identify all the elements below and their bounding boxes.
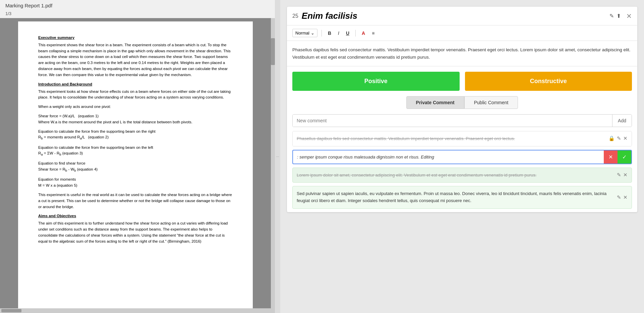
lock-icon[interactable]: 🔒 xyxy=(608,135,615,141)
section-heading-aims: Aims and Objectives xyxy=(38,213,233,219)
annotation-card: 25 Enim facilisis ✎ ⬆ ✕ Normal ⌄ B I U A… xyxy=(287,7,637,212)
comment-3-actions: ✎ ✕ xyxy=(617,172,628,179)
doc-pages: 1/3 xyxy=(0,11,275,18)
comment-1-actions: 🔒 ✎ ✕ xyxy=(608,135,628,141)
annotation-title: Enim facilisis xyxy=(302,11,606,21)
toolbar: Normal ⌄ B I U A ≡ xyxy=(287,25,637,41)
style-select[interactable]: Normal ⌄ xyxy=(292,29,317,37)
style-select-chevron: ⌄ xyxy=(311,30,314,36)
left-panel: Marking Report 1.pdf 1/3 Executive summa… xyxy=(0,0,275,313)
comment-1-content: Phasellus dapibus felis sed consectetur … xyxy=(293,131,632,146)
list-button[interactable]: ≡ xyxy=(370,30,376,37)
download-icon[interactable]: ⬆ xyxy=(617,13,621,19)
right-panel: 25 Enim facilisis ✎ ⬆ ✕ Normal ⌄ B I U A… xyxy=(280,0,644,313)
comment-item-1: Phasellus dapibus felis sed consectetur … xyxy=(292,131,632,146)
edit-icon[interactable]: ✎ xyxy=(609,13,614,19)
comment-4-actions: ✎ ✕ xyxy=(617,190,628,204)
color-button[interactable]: A xyxy=(360,30,367,37)
italic-button[interactable]: I xyxy=(336,30,341,37)
constructive-button[interactable]: Constructive xyxy=(465,72,632,91)
bold-button[interactable]: B xyxy=(326,30,333,37)
text-eq4: Equation to find shear forceShear force … xyxy=(38,161,233,173)
text-realworld: This experiment is useful in the real wo… xyxy=(38,192,233,210)
doc-viewer-container: Executive summary This experiment shows … xyxy=(0,18,275,308)
comment-1-edit-icon[interactable]: ✎ xyxy=(617,135,621,141)
toolbar-divider-2 xyxy=(355,30,356,37)
text-eq5: Equation for momentsM = W x a (equation … xyxy=(38,177,233,189)
collapse-icon: ··· xyxy=(276,155,279,159)
style-select-label: Normal xyxy=(295,30,309,36)
doc-scroll-area[interactable]: Executive summary This experiment shows … xyxy=(0,18,271,308)
add-comment-button[interactable]: Add xyxy=(612,115,632,127)
text-eq1: Shear force = (W.a)/L (equation 1)Where … xyxy=(38,113,233,125)
underline-button[interactable]: U xyxy=(344,30,351,37)
sentiment-buttons: Positive Constructive xyxy=(287,66,637,96)
section-heading-executive: Executive summary xyxy=(38,35,233,41)
comment-type-toggle: Private Comment Public Comment xyxy=(287,96,637,114)
comment-4-text: Sed pulvinar sapien ut sapien iaculis, e… xyxy=(297,190,614,204)
comment-1-delete-icon[interactable]: ✕ xyxy=(623,135,628,141)
scrollbar-thumb[interactable] xyxy=(271,38,275,65)
section-text-intro: This experiment looks at how shear force… xyxy=(38,89,233,101)
private-comment-button[interactable]: Private Comment xyxy=(406,96,464,109)
annotation-number: 25 xyxy=(292,13,298,19)
comment-4-edit-icon[interactable]: ✎ xyxy=(617,194,621,200)
comment-3-delete-icon[interactable]: ✕ xyxy=(623,172,628,178)
annotation-content-text: Phasellus dapibus felis sed consectetur … xyxy=(287,41,637,66)
comment-3-text: Lorem ipsum dolor sit amet, consectetur … xyxy=(297,172,614,179)
doc-page: Executive summary This experiment shows … xyxy=(18,21,253,308)
close-icon[interactable]: ✕ xyxy=(626,12,632,20)
card-header: 25 Enim facilisis ✎ ⬆ ✕ xyxy=(287,7,637,25)
new-comment-row: Add xyxy=(292,114,632,127)
comment-item-2-editing: ✕ ✓ xyxy=(292,150,632,164)
text-eq2: Equation to calculate the force from the… xyxy=(38,129,233,141)
comment-2-cancel-button[interactable]: ✕ xyxy=(604,150,618,164)
new-comment-input[interactable] xyxy=(293,115,612,127)
vertical-scrollbar[interactable] xyxy=(271,18,275,308)
text-eq3: Equation to calculate the force from the… xyxy=(38,145,233,158)
toolbar-divider-1 xyxy=(321,30,322,37)
comment-item-4: Sed pulvinar sapien ut sapien iaculis, e… xyxy=(292,186,632,209)
horizontal-scrollbar[interactable] xyxy=(0,308,275,313)
horizontal-scrollbar-thumb[interactable] xyxy=(1,309,21,312)
doc-title: Marking Report 1.pdf xyxy=(0,0,275,11)
comment-3-edit-icon[interactable]: ✎ xyxy=(617,172,621,178)
comment-2-edit-input[interactable] xyxy=(293,151,604,163)
section-heading-intro: Introduction and Background xyxy=(38,81,233,87)
section-text-executive: This experiment shows the shear force in… xyxy=(38,42,233,78)
section-text-aims: The aim of this experiment is to further… xyxy=(38,221,233,244)
comment-2-confirm-button[interactable]: ✓ xyxy=(618,150,631,164)
comment-4-delete-icon[interactable]: ✕ xyxy=(623,194,628,200)
collapse-handle[interactable]: ··· xyxy=(275,0,280,313)
public-comment-button[interactable]: Public Comment xyxy=(464,96,518,109)
text-pivot: When a weight only acts around one pivot… xyxy=(38,104,233,110)
header-icons: ✎ ⬆ ✕ xyxy=(609,12,632,20)
positive-button[interactable]: Positive xyxy=(292,72,460,91)
comment-item-3: Lorem ipsum dolor sit amet, consectetur … xyxy=(292,168,632,183)
comment-1-text: Phasellus dapibus felis sed consectetur … xyxy=(297,135,606,142)
